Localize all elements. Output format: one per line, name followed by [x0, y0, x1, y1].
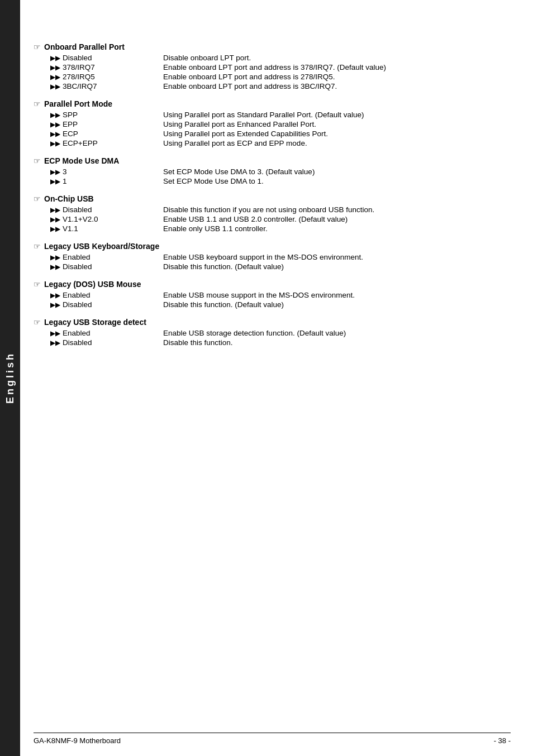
option-row: ▶▶278/IRQ5Enable onboard LPT port and ad…	[50, 73, 511, 81]
option-bullet-icon: ▶▶	[50, 178, 60, 185]
option-name: Disabled	[63, 54, 163, 62]
section-heading-parallel-port-mode: ☞Parallel Port Mode	[34, 99, 511, 108]
option-bullet-icon: ▶▶	[50, 130, 60, 138]
option-desc: Enable onboard LPT port and address is 3…	[163, 63, 386, 71]
section-icon-legacy-dos-usb-mouse: ☞	[34, 280, 41, 289]
option-bullet-icon: ▶▶	[50, 225, 60, 233]
option-row: ▶▶1Set ECP Mode Use DMA to 1.	[50, 177, 511, 185]
option-desc: Set ECP Mode Use DMA to 1.	[163, 177, 264, 185]
section-title-onboard-parallel-port: Onboard Parallel Port	[44, 42, 125, 51]
option-bullet-icon: ▶▶	[50, 301, 60, 309]
main-content: ☞Onboard Parallel Port▶▶DisabledDisable …	[34, 0, 511, 393]
option-desc: Enable only USB 1.1 controller.	[163, 224, 268, 233]
footer: GA-K8NMF-9 Motherboard - 38 -	[34, 733, 511, 745]
section-heading-legacy-usb-keyboard-storage: ☞Legacy USB Keyboard/Storage	[34, 242, 511, 251]
option-name: 278/IRQ5	[63, 73, 163, 81]
option-desc: Disable this function.	[163, 338, 233, 347]
option-desc: Set ECP Mode Use DMA to 3. (Default valu…	[163, 168, 315, 176]
option-desc: Enable onboard LPT port and address is 2…	[163, 73, 335, 81]
option-bullet-icon: ▶▶	[50, 206, 60, 214]
section-heading-onboard-parallel-port: ☞Onboard Parallel Port	[34, 42, 511, 51]
option-desc: Enable USB storage detection function. (…	[163, 329, 346, 337]
section-icon-on-chip-usb: ☞	[34, 194, 41, 203]
option-row: ▶▶378/IRQ7Enable onboard LPT port and ad…	[50, 63, 511, 71]
option-name: V1.1	[63, 224, 163, 233]
sections-container: ☞Onboard Parallel Port▶▶DisabledDisable …	[34, 42, 511, 347]
section-title-legacy-usb-storage-detect: Legacy USB Storage detect	[44, 318, 146, 327]
option-row: ▶▶ECP+EPPUsing Parallel port as ECP and …	[50, 139, 511, 147]
option-bullet-icon: ▶▶	[50, 263, 60, 271]
option-name: Enabled	[63, 253, 163, 261]
option-name: 1	[63, 177, 163, 185]
option-desc: Enable onboard LPT port and address is 3…	[163, 82, 337, 90]
option-row: ▶▶EnabledEnable USB keyboard support in …	[50, 253, 511, 261]
option-row: ▶▶DisabledDisable onboard LPT port.	[50, 54, 511, 62]
option-desc: Disable this function if you are not usi…	[163, 205, 374, 214]
option-name: Enabled	[63, 291, 163, 299]
option-desc: Disable this function. (Default value)	[163, 300, 284, 309]
option-bullet-icon: ▶▶	[50, 73, 60, 81]
option-desc: Using Parallel port as ECP and EPP mode.	[163, 139, 307, 147]
option-name: Disabled	[63, 338, 163, 347]
option-name: 3	[63, 168, 163, 176]
section-title-on-chip-usb: On-Chip USB	[44, 194, 94, 203]
option-name: ECP	[63, 130, 163, 138]
option-row: ▶▶ECPUsing Parallel port as Extended Cap…	[50, 130, 511, 138]
option-bullet-icon: ▶▶	[50, 329, 60, 337]
option-row: ▶▶DisabledDisable this function. (Defaul…	[50, 262, 511, 271]
option-name: 3BC/IRQ7	[63, 82, 163, 90]
option-bullet-icon: ▶▶	[50, 216, 60, 223]
option-desc: Enable USB 1.1 and USB 2.0 controller. (…	[163, 215, 348, 223]
option-row: ▶▶3BC/IRQ7Enable onboard LPT port and ad…	[50, 82, 511, 90]
section-title-legacy-dos-usb-mouse: Legacy (DOS) USB Mouse	[44, 280, 141, 289]
option-bullet-icon: ▶▶	[50, 291, 60, 299]
option-bullet-icon: ▶▶	[50, 140, 60, 147]
section-heading-legacy-usb-storage-detect: ☞Legacy USB Storage detect	[34, 318, 511, 327]
side-tab: English	[0, 0, 20, 756]
option-desc: Using Parallel port as Enhanced Parallel…	[163, 120, 316, 128]
section-icon-ecp-mode-use-dma: ☞	[34, 156, 41, 165]
option-bullet-icon: ▶▶	[50, 121, 60, 128]
option-bullet-icon: ▶▶	[50, 168, 60, 176]
option-desc: Enable USB mouse support in the MS-DOS e…	[163, 291, 355, 299]
section-icon-legacy-usb-storage-detect: ☞	[34, 318, 41, 327]
section-icon-onboard-parallel-port: ☞	[34, 42, 41, 51]
option-bullet-icon: ▶▶	[50, 339, 60, 347]
section-title-ecp-mode-use-dma: ECP Mode Use DMA	[44, 156, 119, 165]
section-heading-on-chip-usb: ☞On-Chip USB	[34, 194, 511, 203]
side-tab-label: English	[4, 352, 16, 404]
option-name: ECP+EPP	[63, 139, 163, 147]
option-name: Disabled	[63, 262, 163, 271]
option-name: Disabled	[63, 300, 163, 309]
option-bullet-icon: ▶▶	[50, 54, 60, 62]
option-row: ▶▶DisabledDisable this function.	[50, 338, 511, 347]
option-name: SPP	[63, 111, 163, 119]
option-name: Enabled	[63, 329, 163, 337]
option-name: EPP	[63, 120, 163, 128]
option-row: ▶▶EnabledEnable USB mouse support in the…	[50, 291, 511, 299]
option-bullet-icon: ▶▶	[50, 83, 60, 90]
option-row: ▶▶SPPUsing Parallel port as Standard Par…	[50, 111, 511, 119]
section-icon-parallel-port-mode: ☞	[34, 99, 41, 108]
option-row: ▶▶DisabledDisable this function. (Defaul…	[50, 300, 511, 309]
section-title-parallel-port-mode: Parallel Port Mode	[44, 99, 112, 108]
option-row: ▶▶V1.1+V2.0Enable USB 1.1 and USB 2.0 co…	[50, 215, 511, 223]
section-heading-ecp-mode-use-dma: ☞ECP Mode Use DMA	[34, 156, 511, 165]
footer-left: GA-K8NMF-9 Motherboard	[34, 736, 121, 745]
option-desc: Disable onboard LPT port.	[163, 54, 251, 62]
option-bullet-icon: ▶▶	[50, 64, 60, 71]
option-bullet-icon: ▶▶	[50, 111, 60, 119]
option-desc: Enable USB keyboard support in the MS-DO…	[163, 253, 363, 261]
option-bullet-icon: ▶▶	[50, 253, 60, 261]
option-desc: Using Parallel port as Standard Parallel…	[163, 111, 364, 119]
option-name: Disabled	[63, 205, 163, 214]
option-name: V1.1+V2.0	[63, 215, 163, 223]
option-desc: Using Parallel port as Extended Capabili…	[163, 130, 328, 138]
option-row: ▶▶DisabledDisable this function if you a…	[50, 205, 511, 214]
option-row: ▶▶3Set ECP Mode Use DMA to 3. (Default v…	[50, 168, 511, 176]
option-desc: Disable this function. (Default value)	[163, 262, 284, 271]
option-row: ▶▶V1.1Enable only USB 1.1 controller.	[50, 224, 511, 233]
option-name: 378/IRQ7	[63, 63, 163, 71]
section-icon-legacy-usb-keyboard-storage: ☞	[34, 242, 41, 251]
section-heading-legacy-dos-usb-mouse: ☞Legacy (DOS) USB Mouse	[34, 280, 511, 289]
